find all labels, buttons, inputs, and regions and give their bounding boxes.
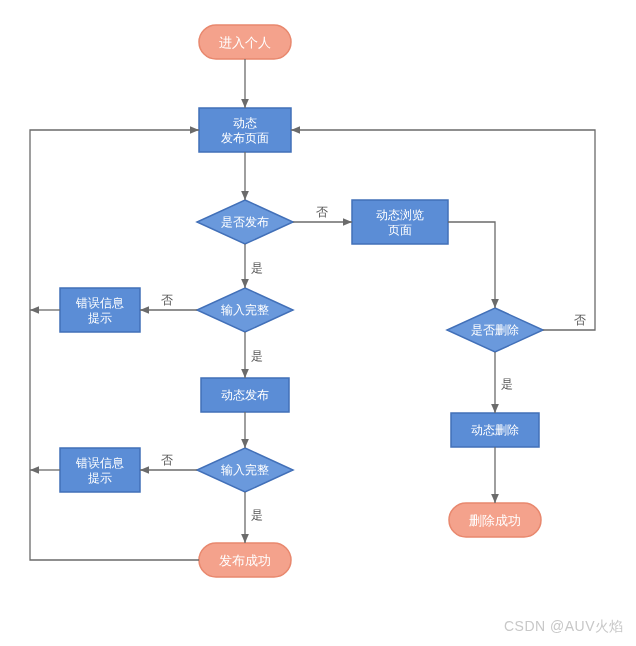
node-error-1: 错误信息提示: [60, 288, 140, 332]
watermark-text: CSDN @AUV火焰: [504, 618, 624, 636]
edge-browse-to-delete: [448, 222, 495, 308]
svg-text:输入完整: 输入完整: [221, 463, 269, 477]
svg-text:删除成功: 删除成功: [469, 513, 521, 528]
label-complete1-no: 否: [161, 293, 173, 307]
svg-text:页面: 页面: [388, 223, 412, 237]
label-complete2-yes: 是: [251, 508, 263, 522]
node-error-2: 错误信息提示: [60, 448, 140, 492]
svg-text:发布页面: 发布页面: [221, 131, 269, 145]
node-decide-delete: 是否删除: [447, 308, 543, 352]
node-browse-page: 动态浏览页面: [352, 200, 448, 244]
node-action-publish: 动态发布: [201, 378, 289, 412]
svg-text:提示: 提示: [88, 471, 112, 485]
svg-text:是否发布: 是否发布: [221, 215, 269, 229]
svg-text:动态: 动态: [233, 116, 257, 130]
svg-text:错误信息: 错误信息: [75, 456, 124, 470]
svg-text:提示: 提示: [88, 311, 112, 325]
node-decide-complete-1: 输入完整: [197, 288, 293, 332]
svg-text:动态发布: 动态发布: [221, 388, 269, 402]
label-complete2-no: 否: [161, 453, 173, 467]
label-delete-no: 否: [574, 313, 586, 327]
node-start: 进入个人: [199, 25, 291, 59]
node-end-delete: 删除成功: [449, 503, 541, 537]
label-decide-publish-yes: 是: [251, 261, 263, 275]
label-delete-yes: 是: [501, 377, 513, 391]
svg-text:发布成功: 发布成功: [219, 553, 271, 568]
svg-text:错误信息: 错误信息: [75, 296, 124, 310]
node-decide-complete-2: 输入完整: [197, 448, 293, 492]
node-decide-publish: 是否发布: [197, 200, 293, 244]
node-publish-page: 动态发布页面: [199, 108, 291, 152]
svg-text:动态删除: 动态删除: [471, 423, 519, 437]
label-decide-publish-no: 否: [316, 205, 328, 219]
flowchart-canvas: 进入个人动态发布页面是否发布动态浏览页面输入完整错误信息提示动态发布输入完整错误…: [0, 0, 636, 640]
svg-text:输入完整: 输入完整: [221, 303, 269, 317]
node-end-publish: 发布成功: [199, 543, 291, 577]
svg-text:是否删除: 是否删除: [471, 323, 519, 337]
node-action-delete: 动态删除: [451, 413, 539, 447]
edge-endpub-loop: [30, 130, 199, 560]
svg-text:进入个人: 进入个人: [219, 35, 271, 50]
label-complete1-yes: 是: [251, 349, 263, 363]
svg-text:动态浏览: 动态浏览: [376, 208, 424, 222]
